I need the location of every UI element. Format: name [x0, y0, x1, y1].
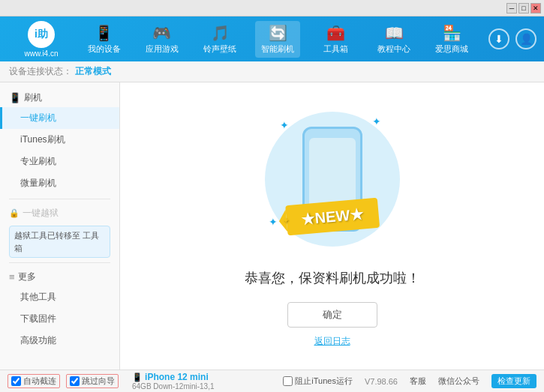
- status-bar: 设备连接状态： 正常模式: [0, 61, 544, 82]
- version-text: V7.98.66: [365, 377, 398, 386]
- title-bar: ─ □ ✕: [0, 0, 544, 16]
- nav-item-smart-flash[interactable]: 🔄 智能刷机: [255, 21, 300, 58]
- store-label: 爱思商城: [435, 43, 468, 55]
- download-button[interactable]: ⬇: [488, 28, 509, 49]
- skip-wizard-label: 跳过向导: [82, 376, 115, 387]
- itunes-flash-label: iTunes刷机: [20, 134, 65, 145]
- nav-items: 📱 我的设备 🎮 应用游戏 🎵 铃声壁纸 🔄 智能刷机 🧰 工具箱 📖 教程中心…: [75, 21, 481, 58]
- success-text: 恭喜您，保资料刷机成功啦！: [245, 269, 420, 287]
- logo-icon: i助: [28, 21, 55, 48]
- device-storage: 64GB: [132, 382, 152, 391]
- user-button[interactable]: 👤: [515, 28, 536, 49]
- stop-itunes-checkbox[interactable]: [283, 376, 293, 386]
- skip-wizard-input[interactable]: [70, 376, 80, 386]
- sparkle-icon-2: ✦: [372, 115, 381, 127]
- device-name: iPhone 12 mini: [145, 372, 209, 382]
- advanced-label: 高级功能: [20, 335, 56, 346]
- nav-item-toolbox[interactable]: 🧰 工具箱: [314, 21, 359, 58]
- stop-itunes: 阻止iTunes运行: [283, 376, 353, 387]
- toolbox-icon: 🧰: [326, 24, 345, 42]
- sidebar-notice: 越狱工具已转移至 工具箱: [9, 226, 110, 258]
- nav-item-my-device[interactable]: 📱 我的设备: [82, 21, 127, 58]
- sidebar-item-advanced[interactable]: 高级功能: [0, 330, 119, 352]
- micro-flash-label: 微量刷机: [20, 178, 56, 188]
- device-details: 64GB Down-12mini-13,1: [132, 382, 215, 391]
- nav-item-tutorial[interactable]: 📖 教程中心: [371, 21, 416, 58]
- main-content: 📱 刷机 一键刷机 iTunes刷机 专业刷机 微量刷机 🔒 一键越狱 越狱工具…: [0, 82, 544, 370]
- my-device-icon: 📱: [95, 24, 113, 42]
- sidebar-item-pro-flash[interactable]: 专业刷机: [0, 151, 119, 172]
- nav-right: ⬇ 👤: [488, 28, 536, 49]
- device-info: 📱 iPhone 12 mini 64GB Down-12mini-13,1: [132, 372, 215, 391]
- confirm-label: 确定: [323, 308, 342, 322]
- sidebar-item-other-tools[interactable]: 其他工具: [0, 286, 119, 308]
- nav-item-ringtone[interactable]: 🎵 铃声壁纸: [197, 21, 242, 58]
- ringtone-label: 铃声壁纸: [203, 43, 236, 55]
- maximize-button[interactable]: □: [518, 3, 529, 13]
- flash-section-label: 刷机: [24, 91, 42, 104]
- pro-flash-label: 专业刷机: [20, 156, 56, 166]
- confirm-button[interactable]: 确定: [287, 302, 377, 328]
- smart-flash-icon: 🔄: [269, 24, 287, 42]
- more-section-icon: ≡: [9, 271, 15, 283]
- phone-icon-bottom: 📱: [132, 373, 143, 382]
- auto-reconnect-input[interactable]: [11, 376, 21, 386]
- store-icon: 🏪: [443, 24, 461, 42]
- wechat-link[interactable]: 微信公众号: [438, 376, 479, 387]
- nav-item-apps-games[interactable]: 🎮 应用游戏: [140, 21, 185, 58]
- jailbreak-label: 一键越狱: [23, 207, 59, 220]
- auto-reconnect-label: 自动截连: [23, 376, 56, 387]
- sidebar-item-jailbreak-disabled: 🔒 一键越狱: [0, 204, 119, 223]
- sidebar-item-micro-flash[interactable]: 微量刷机: [0, 172, 119, 194]
- ringtone-icon: 🎵: [211, 24, 230, 42]
- other-tools-label: 其他工具: [20, 292, 56, 302]
- bottom-bar: 自动截连 跳过向导 📱 iPhone 12 mini 64GB Down-12m…: [0, 370, 544, 392]
- minimize-button[interactable]: ─: [506, 3, 517, 13]
- status-value: 正常模式: [75, 65, 111, 78]
- skip-wizard-checkbox[interactable]: 跳过向导: [66, 374, 119, 388]
- update-button[interactable]: 检查更新: [491, 374, 536, 388]
- sparkle-icon-3: ✦: [269, 216, 278, 228]
- window-controls: ─ □ ✕: [506, 3, 541, 13]
- lock-icon: 🔒: [9, 208, 20, 218]
- bottom-left: 自动截连 跳过向导 📱 iPhone 12 mini 64GB Down-12m…: [8, 372, 283, 391]
- close-button[interactable]: ✕: [530, 3, 541, 13]
- nav-bar: i助 www.i4.cn 📱 我的设备 🎮 应用游戏 🎵 铃声壁纸 🔄 智能刷机…: [0, 16, 544, 61]
- tutorial-icon: 📖: [385, 24, 404, 42]
- sidebar-section-more[interactable]: ≡ 更多: [0, 268, 119, 286]
- more-section-label: 更多: [18, 271, 36, 283]
- sidebar-divider-1: [9, 199, 110, 199]
- notice-text: 越狱工具已转移至 工具箱: [14, 231, 99, 253]
- bottom-right: 阻止iTunes运行 V7.98.66 客服 微信公众号 检查更新: [283, 374, 536, 388]
- sidebar: 📱 刷机 一键刷机 iTunes刷机 专业刷机 微量刷机 🔒 一键越狱 越狱工具…: [0, 82, 120, 370]
- sidebar-item-itunes-flash[interactable]: iTunes刷机: [0, 129, 119, 151]
- my-device-label: 我的设备: [88, 43, 121, 55]
- center-content: ✦ ✦ ✦ ★NEW★ 恭喜您，保资料刷机成功啦！ 确定 返回日志: [120, 82, 544, 370]
- download-fw-label: 下载固件: [20, 313, 56, 324]
- back-link[interactable]: 返回日志: [314, 335, 350, 348]
- status-label: 设备连接状态：: [9, 65, 72, 78]
- sidebar-item-download-fw[interactable]: 下载固件: [0, 308, 119, 330]
- apps-games-icon: 🎮: [152, 24, 171, 42]
- smart-flash-label: 智能刷机: [261, 43, 294, 55]
- sidebar-item-one-click-flash[interactable]: 一键刷机: [0, 107, 119, 129]
- sparkle-icon-1: ✦: [280, 119, 289, 131]
- one-click-flash-label: 一键刷机: [20, 112, 56, 123]
- flash-section-icon: 📱: [9, 92, 21, 103]
- logo: i助 www.i4.cn: [8, 21, 75, 58]
- tutorial-label: 教程中心: [377, 43, 410, 55]
- sidebar-section-flash[interactable]: 📱 刷机: [0, 88, 119, 107]
- toolbox-label: 工具箱: [323, 43, 348, 55]
- stop-itunes-label: 阻止iTunes运行: [295, 376, 353, 387]
- auto-reconnect-checkbox[interactable]: 自动截连: [8, 374, 60, 388]
- success-illustration: ✦ ✦ ✦ ★NEW★: [257, 104, 407, 254]
- service-link[interactable]: 客服: [410, 376, 426, 387]
- sidebar-divider-2: [9, 262, 110, 263]
- nav-item-store[interactable]: 🏪 爱思商城: [429, 21, 474, 58]
- apps-games-label: 应用游戏: [146, 43, 179, 55]
- logo-url: www.i4.cn: [24, 49, 58, 58]
